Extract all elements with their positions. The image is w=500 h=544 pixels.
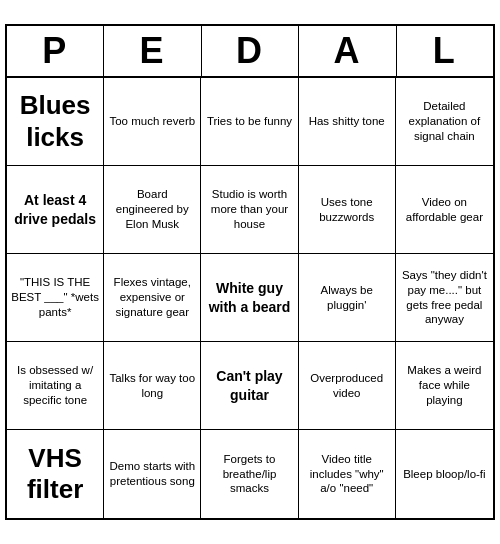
bingo-cell-13[interactable]: Always be pluggin' bbox=[299, 254, 396, 342]
header-letter-p: P bbox=[7, 26, 104, 76]
bingo-cell-2[interactable]: Tries to be funny bbox=[201, 78, 298, 166]
bingo-card: PEDAL Blues licksToo much reverbTries to… bbox=[5, 24, 495, 520]
bingo-cell-4[interactable]: Detailed explanation of signal chain bbox=[396, 78, 493, 166]
bingo-cell-23[interactable]: Video title includes "why" a/o "need" bbox=[299, 430, 396, 518]
bingo-cell-9[interactable]: Video on affordable gear bbox=[396, 166, 493, 254]
bingo-cell-18[interactable]: Overproduced video bbox=[299, 342, 396, 430]
bingo-cell-22[interactable]: Forgets to breathe/lip smacks bbox=[201, 430, 298, 518]
bingo-cell-12[interactable]: White guy with a beard bbox=[201, 254, 298, 342]
bingo-cell-10[interactable]: "THIS IS THE BEST ___" *wets pants* bbox=[7, 254, 104, 342]
bingo-cell-15[interactable]: Is obsessed w/ imitating a specific tone bbox=[7, 342, 104, 430]
bingo-grid: Blues licksToo much reverbTries to be fu… bbox=[7, 78, 493, 518]
bingo-cell-0[interactable]: Blues licks bbox=[7, 78, 104, 166]
header-letter-d: D bbox=[202, 26, 299, 76]
bingo-cell-16[interactable]: Talks for way too long bbox=[104, 342, 201, 430]
bingo-cell-8[interactable]: Uses tone buzzwords bbox=[299, 166, 396, 254]
bingo-header: PEDAL bbox=[7, 26, 493, 78]
header-letter-e: E bbox=[104, 26, 201, 76]
bingo-cell-7[interactable]: Studio is worth more than your house bbox=[201, 166, 298, 254]
bingo-cell-1[interactable]: Too much reverb bbox=[104, 78, 201, 166]
bingo-cell-14[interactable]: Says "they didn't pay me...." but gets f… bbox=[396, 254, 493, 342]
header-letter-l: L bbox=[397, 26, 493, 76]
bingo-cell-24[interactable]: Bleep bloop/lo-fi bbox=[396, 430, 493, 518]
bingo-cell-21[interactable]: Demo starts with pretentious song bbox=[104, 430, 201, 518]
header-letter-a: A bbox=[299, 26, 396, 76]
bingo-cell-6[interactable]: Board engineered by Elon Musk bbox=[104, 166, 201, 254]
bingo-cell-5[interactable]: At least 4 drive pedals bbox=[7, 166, 104, 254]
bingo-cell-17[interactable]: Can't play guitar bbox=[201, 342, 298, 430]
bingo-cell-11[interactable]: Flexes vintage, expensive or signature g… bbox=[104, 254, 201, 342]
bingo-cell-20[interactable]: VHS filter bbox=[7, 430, 104, 518]
bingo-cell-3[interactable]: Has shitty tone bbox=[299, 78, 396, 166]
bingo-cell-19[interactable]: Makes a weird face while playing bbox=[396, 342, 493, 430]
